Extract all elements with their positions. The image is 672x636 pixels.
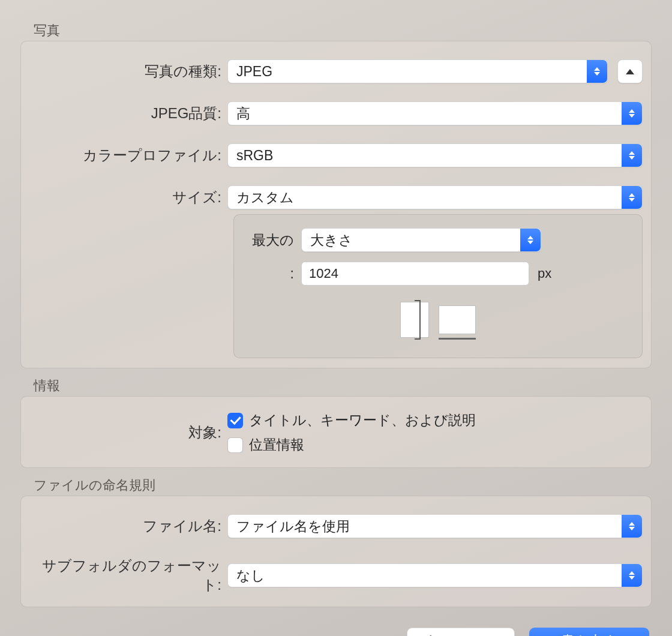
location-label: 位置情報 bbox=[249, 436, 304, 454]
updown-icon bbox=[520, 229, 541, 251]
section-title-naming: ファイルの命名規則 bbox=[34, 476, 652, 494]
color-profile-label: カラープロファイル: bbox=[29, 146, 227, 165]
underline-icon bbox=[439, 338, 476, 340]
max-dimension-value: 大きさ bbox=[310, 231, 353, 250]
max-label: 最大の bbox=[247, 231, 301, 250]
color-profile-select[interactable]: sRGB bbox=[227, 143, 643, 167]
title-keywords-label: タイトル、キーワード、および説明 bbox=[249, 411, 476, 430]
export-button[interactable]: 書き出す bbox=[529, 628, 649, 636]
updown-icon bbox=[622, 144, 642, 167]
updown-icon bbox=[587, 60, 607, 83]
updown-icon bbox=[622, 564, 642, 587]
section-title-info: 情報 bbox=[34, 377, 652, 395]
subfolder-value: なし bbox=[236, 566, 265, 585]
custom-size-panel: 最大の 大きさ : 1024 px bbox=[233, 214, 643, 358]
photo-kind-label: 写真の種類: bbox=[29, 62, 227, 81]
size-label: サイズ: bbox=[29, 188, 227, 207]
title-keywords-checkbox[interactable] bbox=[227, 413, 243, 428]
jpeg-quality-label: JPEG品質: bbox=[29, 104, 227, 123]
photo-group: 写真の種類: JPEG JPEG品質: 高 カラープロファイル: sRGB サイ… bbox=[20, 41, 652, 368]
filename-label: ファイル名: bbox=[29, 517, 227, 536]
cancel-button[interactable]: キャンセル bbox=[407, 628, 515, 636]
collapse-button[interactable] bbox=[617, 59, 643, 83]
landscape-thumb-icon[interactable] bbox=[439, 305, 476, 334]
jpeg-quality-value: 高 bbox=[236, 104, 250, 123]
export-label: 書き出す bbox=[561, 632, 617, 637]
bracket-icon bbox=[415, 300, 421, 340]
target-label: 対象: bbox=[29, 423, 227, 442]
updown-icon bbox=[622, 102, 642, 125]
info-group: 対象: タイトル、キーワード、および説明 位置情報 bbox=[20, 396, 652, 468]
naming-group: ファイル名: ファイル名を使用 サブフォルダのフォーマット: なし bbox=[20, 496, 652, 607]
filename-value: ファイル名を使用 bbox=[236, 517, 350, 536]
jpeg-quality-select[interactable]: 高 bbox=[227, 101, 643, 125]
chevron-up-icon bbox=[626, 69, 634, 74]
location-checkbox[interactable] bbox=[227, 437, 243, 453]
subfolder-select[interactable]: なし bbox=[227, 563, 643, 587]
cancel-label: キャンセル bbox=[425, 632, 497, 637]
photo-kind-value: JPEG bbox=[236, 64, 272, 80]
filename-select[interactable]: ファイル名を使用 bbox=[227, 514, 643, 538]
size-value: カスタム bbox=[236, 188, 294, 207]
updown-icon bbox=[622, 515, 642, 538]
size-select[interactable]: カスタム bbox=[227, 185, 643, 209]
pixel-value: 1024 bbox=[309, 266, 338, 281]
photo-kind-select[interactable]: JPEG bbox=[227, 59, 608, 83]
orientation-thumbs bbox=[247, 300, 629, 340]
updown-icon bbox=[622, 186, 642, 209]
colon-label: : bbox=[247, 266, 301, 282]
pixel-input[interactable]: 1024 bbox=[301, 262, 529, 286]
max-dimension-select[interactable]: 大きさ bbox=[301, 228, 541, 252]
button-bar: キャンセル 書き出す bbox=[20, 628, 652, 636]
subfolder-label: サブフォルダのフォーマット: bbox=[29, 556, 227, 595]
pixel-unit: px bbox=[538, 266, 551, 281]
color-profile-value: sRGB bbox=[236, 148, 273, 164]
section-title-photo: 写真 bbox=[34, 22, 652, 40]
